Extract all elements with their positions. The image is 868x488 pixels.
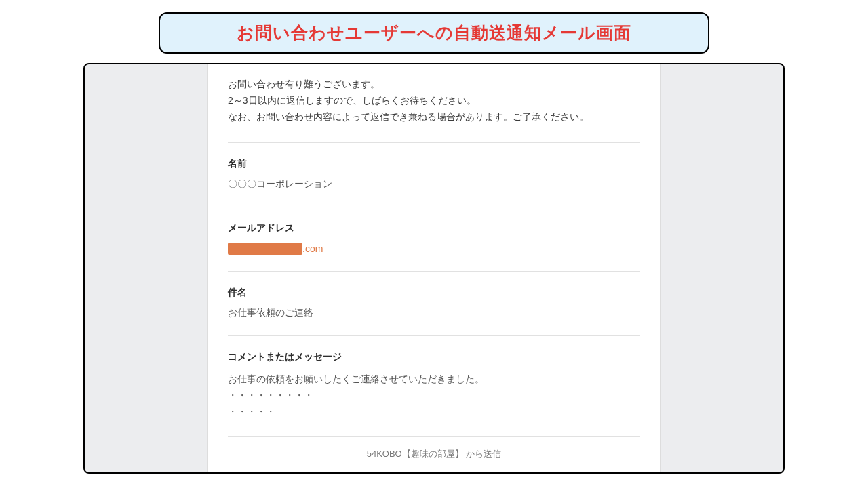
footer-suffix: から送信 [464, 449, 502, 459]
name-value: 〇〇〇コーポレーション [228, 178, 640, 190]
message-label: コメントまたはメッセージ [228, 351, 640, 363]
message-line: ・・・・・・・・・ [228, 388, 640, 404]
intro-text: お問い合わせ有り難うございます。 2～3日以内に返信しますので、しばらくお待ちく… [228, 77, 640, 125]
intro-line: なお、お問い合わせ内容によって返信でき兼ねる場合があります。ご了承ください。 [228, 109, 640, 125]
email-footer: 54KOBO【趣味の部屋】 から送信 [228, 436, 640, 460]
intro-line: お問い合わせ有り難うございます。 [228, 77, 640, 93]
subject-value: お仕事依頼のご連絡 [228, 307, 640, 319]
subject-section: 件名 お仕事依頼のご連絡 [228, 271, 640, 336]
message-section: コメントまたはメッセージ お仕事の依頼をお願いしたくご連絡させていただきました。… [228, 336, 640, 436]
subject-label: 件名 [228, 287, 640, 299]
intro-line: 2～3日以内に返信しますので、しばらくお待ちください。 [228, 93, 640, 109]
page-title: お問い合わせユーザーへの自動送通知メール画面 [176, 22, 692, 44]
message-line: ・・・・・ [228, 404, 640, 420]
message-value: お仕事の依頼をお願いしたくご連絡させていただきました。 ・・・・・・・・・ ・・… [228, 371, 640, 420]
header-banner: お問い合わせユーザーへの自動送通知メール画面 [159, 12, 709, 54]
email-link-suffix[interactable]: .com [302, 243, 323, 254]
email-window: お問い合わせ有り難うございます。 2～3日以内に返信しますので、しばらくお待ちく… [83, 63, 785, 474]
message-line: お仕事の依頼をお願いしたくご連絡させていただきました。 [228, 371, 640, 388]
email-label: メールアドレス [228, 222, 640, 235]
email-value-row: .com [228, 243, 640, 255]
redacted-block [228, 243, 302, 255]
footer-link[interactable]: 54KOBO【趣味の部屋】 [367, 449, 464, 459]
email-content: お問い合わせ有り難うございます。 2～3日以内に返信しますので、しばらくお待ちく… [207, 64, 661, 472]
name-section: 名前 〇〇〇コーポレーション [228, 142, 640, 207]
email-section: メールアドレス .com [228, 207, 640, 271]
name-label: 名前 [228, 158, 640, 170]
